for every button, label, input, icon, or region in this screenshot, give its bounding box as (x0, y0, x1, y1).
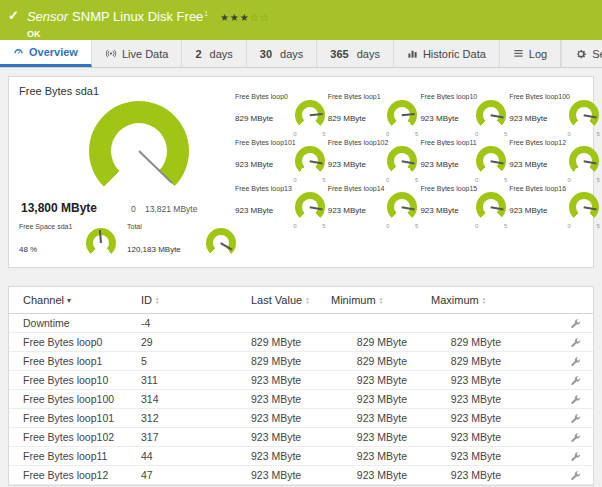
gauge-value: 13,800 MByte (21, 201, 97, 215)
tab-label: Historic Data (423, 48, 486, 60)
gauge-dial (295, 192, 325, 222)
title-superscript: 1 (204, 10, 208, 17)
gauge-scale-max: 5 (415, 131, 418, 137)
gauge-scale-min: 0 (475, 223, 478, 229)
column-header-id[interactable]: ID ▴▾ (141, 294, 251, 306)
cell-channel: Free Bytes loop11 (23, 450, 141, 462)
gauge-dial (476, 100, 506, 130)
cell-minimum: 829 MByte (331, 336, 431, 348)
gauge-icon (13, 47, 24, 58)
cell-minimum: 829 MByte (331, 355, 431, 367)
summary-gauge-cell: Total 120,183 MByte (127, 223, 239, 265)
header-titles: SensorSNMP Linux Disk Free1 ★★★☆☆ OK (27, 7, 270, 39)
star-empty-icon: ☆☆ (250, 12, 270, 23)
table-row[interactable]: Free Bytes loop10 311 923 MByte 923 MByt… (9, 371, 593, 390)
channel-settings-wrench-icon[interactable] (570, 470, 581, 481)
tab-label: Live Data (122, 48, 168, 60)
cell-minimum: 923 MByte (331, 431, 431, 443)
gauge-scale-max: 5 (504, 223, 507, 229)
gauge-title: Free Bytes loop16 (509, 185, 602, 192)
cell-last-value: 923 MByte (251, 469, 331, 481)
gauge-scale-min: 0 (386, 223, 389, 229)
column-header-maximum[interactable]: Maximum ▴▾ (431, 294, 531, 306)
cell-id: 312 (141, 412, 251, 424)
cell-maximum: 829 MByte (431, 336, 531, 348)
gauge-value: 923 MByte (235, 206, 273, 215)
cell-minimum: 923 MByte (331, 393, 431, 405)
cell-id: 317 (141, 431, 251, 443)
main-gauge-block: Free Bytes sda1 13,800 MByte 0 13,821 MB… (19, 85, 231, 225)
cell-channel: Free Bytes loop1 (23, 355, 141, 367)
tab-label: days (210, 48, 233, 60)
mini-gauge-cell: Free Bytes loop0 829 MByte 0 5 (235, 93, 328, 138)
channel-settings-wrench-icon[interactable] (570, 356, 581, 367)
channel-settings-wrench-icon[interactable] (570, 375, 581, 386)
gauge-value: 923 MByte (509, 114, 547, 123)
tab-overview[interactable]: Overview (0, 40, 92, 67)
table-row[interactable]: Free Bytes loop11 44 923 MByte 923 MByte… (9, 447, 593, 466)
gauge-value: 48 % (19, 245, 37, 254)
summary-gauge-cell: Free Space sda1 48 % (19, 223, 119, 265)
cell-channel: Free Bytes loop100 (23, 393, 141, 405)
table-row[interactable]: Free Bytes loop1 5 829 MByte 829 MByte 8… (9, 352, 593, 371)
column-header-channel[interactable]: Channel ▾ (23, 294, 141, 306)
channel-settings-wrench-icon[interactable] (570, 337, 581, 348)
cell-maximum: 923 MByte (431, 374, 531, 386)
gauge-scale-max: 5 (504, 131, 507, 137)
cell-last-value: 829 MByte (251, 336, 331, 348)
gauge-title: Free Bytes loop15 (420, 185, 509, 192)
tab-2-days[interactable]: 2days (182, 40, 246, 67)
cell-channel: Free Bytes loop101 (23, 412, 141, 424)
gauge-value: 923 MByte (420, 206, 458, 215)
table-row[interactable]: Free Bytes loop101 312 923 MByte 923 MBy… (9, 409, 593, 428)
sort-desc-icon: ▾ (67, 296, 71, 305)
gauge-scale-min: 0 (568, 223, 571, 229)
gauge-scale-max: 5 (322, 223, 325, 229)
gauge-scale-min: 0 (293, 131, 296, 137)
column-header-minimum[interactable]: Minimum ▴▾ (331, 294, 431, 306)
summary-gauge-row: Free Space sda1 48 % Total 120,183 MByte (19, 223, 239, 265)
mini-gauge-cell: Free Bytes loop13 923 MByte 0 5 (235, 185, 328, 230)
tab-365-days[interactable]: 365days (317, 40, 394, 67)
table-row[interactable]: Downtime -4 (9, 314, 593, 333)
table-row[interactable]: Free Bytes loop12 47 923 MByte 923 MByte… (9, 466, 593, 485)
gauge-title: Free Bytes loop13 (235, 185, 328, 192)
cell-last-value: 923 MByte (251, 412, 331, 424)
tab-log[interactable]: Log (500, 40, 561, 67)
cell-maximum: 829 MByte (431, 355, 531, 367)
cell-id: 44 (141, 450, 251, 462)
tab-number: 365 (330, 48, 348, 60)
channel-settings-wrench-icon[interactable] (570, 432, 581, 443)
column-header-last-value[interactable]: Last Value ▴▾ (251, 294, 331, 306)
status-ok-check-icon: ✓ (8, 8, 19, 23)
gauge-title: Free Bytes loop11 (420, 139, 509, 146)
table-row[interactable]: Free Bytes loop102 317 923 MByte 923 MBy… (9, 428, 593, 447)
channel-settings-wrench-icon[interactable] (570, 451, 581, 462)
gauge-value: 923 MByte (328, 206, 366, 215)
table-header-row: Channel ▾ ID ▴▾ Last Value ▴▾ Minimum ▴▾… (9, 287, 593, 314)
status-badge: OK (27, 29, 270, 39)
tab-label: Overview (29, 46, 78, 58)
tab-30-days[interactable]: 30days (247, 40, 318, 67)
channel-settings-wrench-icon[interactable] (570, 318, 581, 329)
channel-settings-wrench-icon[interactable] (570, 413, 581, 424)
cell-channel: Free Bytes loop0 (23, 336, 141, 348)
column-label: Minimum (331, 294, 376, 306)
table-row[interactable]: Free Bytes loop100 314 923 MByte 923 MBy… (9, 390, 593, 409)
mini-gauge-cell: Free Bytes loop102 923 MByte 0 5 (328, 139, 421, 184)
tab-live-data[interactable]: Live Data (92, 40, 182, 67)
priority-stars[interactable]: ★★★☆☆ (220, 12, 270, 23)
gauge-value: 923 MByte (235, 160, 273, 169)
tab-historic-data[interactable]: Historic Data (394, 40, 500, 67)
channel-settings-wrench-icon[interactable] (570, 394, 581, 405)
gauge-scale-max: 5 (597, 177, 600, 183)
page-title: SNMP Linux Disk Free (72, 9, 203, 24)
table-row[interactable]: Free Bytes loop0 29 829 MByte 829 MByte … (9, 333, 593, 352)
cell-minimum: 923 MByte (331, 412, 431, 424)
tab-settings[interactable]: Settings (561, 40, 602, 67)
tab-bar: Overview Live Data 2days 30days 365days … (0, 40, 602, 68)
gauge-dial (476, 192, 506, 222)
gauge-value: 829 MByte (328, 114, 366, 123)
cell-minimum: 923 MByte (331, 374, 431, 386)
gauge-value: 923 MByte (509, 160, 547, 169)
